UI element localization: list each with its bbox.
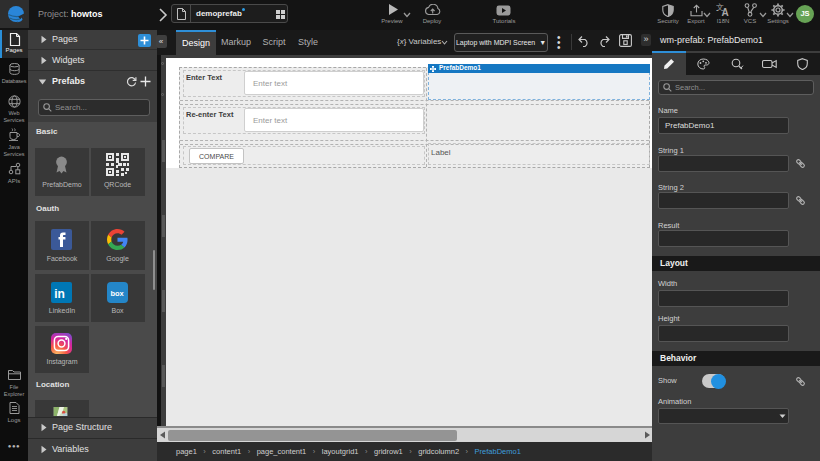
svg-text:box: box (110, 289, 124, 298)
svg-text:in: in (54, 287, 65, 301)
svg-text:A: A (722, 7, 729, 17)
